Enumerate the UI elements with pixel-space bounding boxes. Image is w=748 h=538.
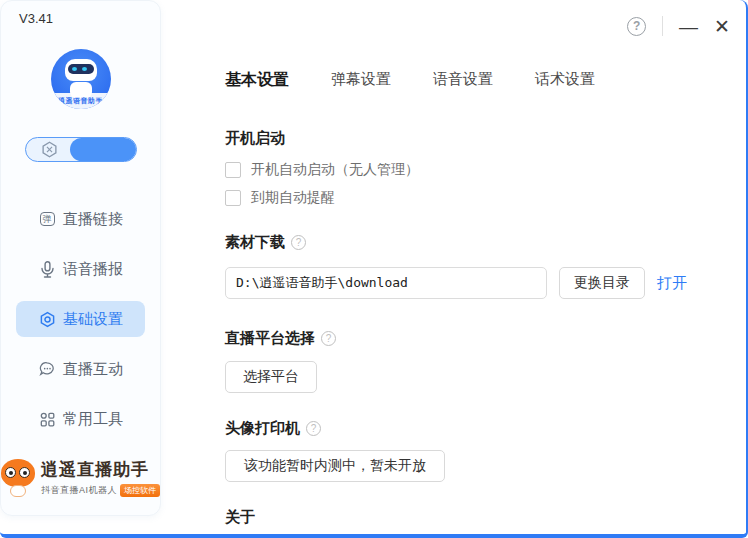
section-startup: 开机启动 开机自动启动（无人管理） 到期自动提醒 [225, 129, 746, 207]
download-path-input[interactable] [225, 267, 547, 299]
tab-script-settings[interactable]: 话术设置 [535, 70, 595, 91]
section-title-avatar-printer: 头像打印机 [225, 419, 300, 438]
section-platform-select: 直播平台选择 ? 选择平台 [225, 329, 746, 393]
settings-tabs: 基本设置 弹幕设置 语音设置 话术设置 [225, 70, 746, 91]
brand-footer: 逍遥直播助手 抖音直播AI机器人 场控软件 [1, 458, 160, 497]
sidebar: V3.41 逍遥语音助手 [0, 0, 161, 516]
sidebar-item-label: 直播链接 [63, 210, 123, 229]
change-directory-button[interactable]: 更换目录 [559, 267, 645, 299]
material-help-icon[interactable]: ? [291, 235, 306, 250]
section-avatar-printer: 头像打印机 ? 该功能暂时内测中，暂未开放 [225, 419, 746, 482]
main-panel: 基本设置 弹幕设置 语音设置 话术设置 开机启动 开机自动启动（无人管理） 到期… [161, 0, 746, 534]
avatar-printer-help-icon[interactable]: ? [306, 421, 321, 436]
section-material-download: 素材下载 ? 更换目录 打开 [225, 233, 746, 299]
brand-title: 逍遥直播助手 [41, 458, 160, 481]
sidebar-item-label: 基础设置 [63, 310, 123, 329]
section-title-material: 素材下载 [225, 233, 285, 252]
section-title-platform: 直播平台选择 [225, 329, 315, 348]
voice-toggle-switch[interactable] [25, 137, 137, 162]
beta-feature-button[interactable]: 该功能暂时内测中，暂未开放 [225, 450, 445, 482]
apps-grid-icon [38, 410, 56, 428]
sidebar-item-live-link[interactable]: 弹 直播链接 [16, 201, 145, 237]
chat-bubble-icon [38, 360, 56, 378]
section-about: 关于 了解语音助手 [225, 508, 746, 538]
tab-basic-settings[interactable]: 基本设置 [225, 70, 289, 91]
sidebar-item-voice-broadcast[interactable]: 语音播报 [16, 251, 145, 287]
sidebar-item-label: 语音播报 [63, 260, 123, 279]
app-window: V3.41 逍遥语音助手 [0, 0, 748, 538]
tab-voice-settings[interactable]: 语音设置 [433, 70, 493, 91]
brand-badge: 场控软件 [120, 484, 160, 497]
version-label: V3.41 [19, 11, 53, 26]
sidebar-item-basic-settings[interactable]: 基础设置 [16, 301, 145, 337]
sidebar-item-label: 直播互动 [63, 360, 123, 379]
hexagon-icon [41, 141, 58, 158]
checkbox-label[interactable]: 到期自动提醒 [251, 189, 335, 207]
app-avatar: 逍遥语音助手 [51, 49, 111, 109]
platform-help-icon[interactable]: ? [321, 331, 336, 346]
danmu-bubble-icon: 弹 [38, 210, 56, 228]
sidebar-menu: 弹 直播链接 语音播报 [1, 201, 160, 451]
checkbox-auto-start[interactable] [225, 162, 241, 178]
open-directory-link[interactable]: 打开 [657, 274, 687, 293]
checkbox-label[interactable]: 开机自动启动（无人管理） [251, 161, 419, 179]
sidebar-item-label: 常用工具 [63, 410, 123, 429]
microphone-icon [38, 260, 56, 278]
section-title-about: 关于 [225, 508, 746, 527]
gear-icon [38, 310, 56, 328]
avatar-banner-text: 逍遥语音助手 [51, 93, 111, 109]
sidebar-item-common-tools[interactable]: 常用工具 [16, 401, 145, 437]
select-platform-button[interactable]: 选择平台 [225, 361, 317, 393]
owl-mascot-icon [1, 459, 35, 497]
checkbox-expiry-reminder[interactable] [225, 190, 241, 206]
tab-danmu-settings[interactable]: 弹幕设置 [331, 70, 391, 91]
section-title-startup: 开机启动 [225, 129, 746, 148]
brand-subtitle: 抖音直播AI机器人 [41, 484, 117, 497]
sidebar-item-live-interaction[interactable]: 直播互动 [16, 351, 145, 387]
